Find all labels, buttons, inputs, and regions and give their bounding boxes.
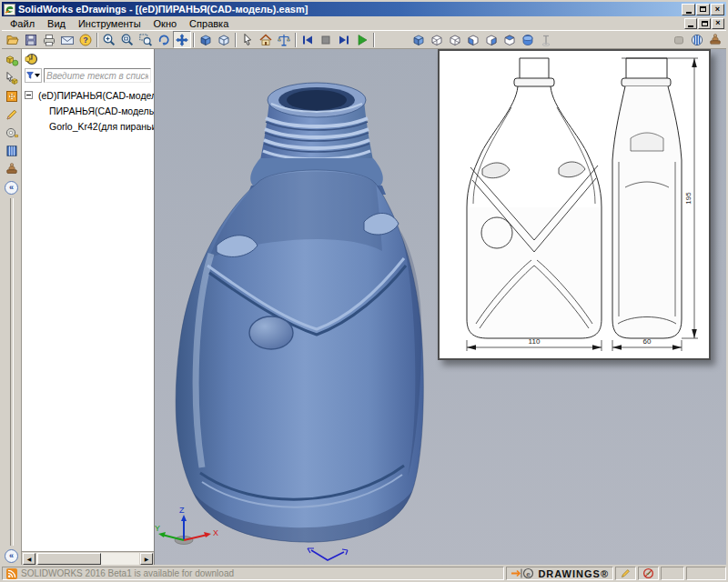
markup-status-cell[interactable] [615, 567, 636, 580]
left-tool-strip: « « [2, 49, 22, 565]
view-front-icon [466, 33, 480, 47]
home-view-button[interactable] [257, 31, 275, 48]
save-button[interactable] [22, 31, 40, 48]
funnel-icon [26, 70, 34, 81]
print-button[interactable] [40, 31, 58, 48]
view-right-button[interactable] [500, 31, 519, 48]
edrawings-brand: DRAWINGS® [538, 568, 609, 579]
doc-restore-icon [702, 21, 708, 26]
svg-text:Z: Z [179, 506, 185, 515]
scales-icon [277, 33, 291, 47]
doc-restore-button[interactable] [698, 18, 711, 29]
scrollbar-track[interactable] [36, 553, 139, 565]
zoom-in-button[interactable] [100, 31, 118, 48]
panel-mode-icon[interactable] [24, 52, 38, 66]
filter-input[interactable] [44, 68, 151, 83]
svg-text:X: X [213, 528, 218, 537]
collapse-toolbar-button[interactable]: « [5, 181, 18, 195]
measure-tool-button[interactable] [3, 124, 20, 141]
minimize-icon [686, 12, 692, 14]
menu-tools[interactable]: Инструменты [72, 17, 147, 30]
play-icon [355, 33, 369, 47]
move-component-tool-button[interactable] [3, 69, 20, 86]
animation-next-button[interactable] [335, 31, 353, 48]
scrollbar-thumb[interactable] [37, 553, 101, 565]
tape-measure-icon [5, 125, 19, 140]
markup-tool-button[interactable] [3, 105, 20, 123]
model-viewport[interactable]: Z X Y [155, 49, 726, 565]
restore-button[interactable] [696, 4, 710, 15]
scroll-right-button[interactable]: ▶ [140, 553, 153, 565]
stamp-tool-icon [5, 162, 19, 176]
dim-height: 195 [684, 192, 693, 205]
menu-help[interactable]: Справка [183, 17, 235, 30]
zoom-to-fit-button[interactable] [118, 31, 136, 48]
pointer-icon [240, 33, 255, 47]
toolbar-separator [235, 33, 237, 47]
view-wireframe-2-button[interactable] [446, 31, 464, 48]
open-button[interactable] [4, 31, 22, 48]
mass-properties-button[interactable] [670, 31, 688, 48]
tree-expander-icon[interactable] [25, 91, 33, 99]
filter-row [22, 67, 154, 85]
first-frame-icon [300, 33, 315, 47]
shaded-view-button[interactable] [197, 31, 215, 48]
view-top-button[interactable] [519, 31, 537, 48]
rotate-icon [157, 33, 171, 47]
help-button[interactable]: ? [76, 31, 95, 48]
doc-minimize-icon [688, 25, 693, 27]
next-frame-icon [337, 33, 351, 47]
tree-child-row[interactable]: Gorlo_Kr42(для пираньи)-1 [25, 118, 154, 134]
view-top-icon [521, 33, 535, 47]
pan-button[interactable] [173, 31, 191, 48]
view-wireframe-1-button[interactable] [428, 31, 446, 48]
view-front-button[interactable] [464, 31, 482, 48]
edrawings-logo-icon: e [511, 567, 534, 579]
close-button[interactable]: × [711, 4, 724, 15]
collapse-panel-button[interactable]: « [5, 549, 18, 563]
zoom-area-button[interactable] [136, 31, 155, 48]
scroll-left-button[interactable]: ◀ [23, 553, 35, 565]
animation-stop-button[interactable] [317, 31, 335, 48]
view-isometric-button[interactable] [410, 31, 428, 48]
view-normal-button[interactable] [537, 31, 555, 48]
tree-child-label: Gorlo_Kr42(для пираньи)-1 [49, 121, 154, 132]
status-bar: SOLIDWORKS 2016 Beta1 is available for d… [2, 565, 726, 580]
status-message-cell: SOLIDWORKS 2016 Beta1 is available for d… [2, 567, 504, 580]
scroll-right-icon: ▶ [145, 556, 149, 562]
explode-tool-button[interactable] [3, 87, 20, 105]
update-link[interactable]: SOLIDWORKS 2016 Beta1 is available for d… [21, 568, 234, 578]
rotate-button[interactable] [155, 31, 173, 48]
rotate-cursor-mark [308, 548, 348, 560]
hidden-lines-view-button[interactable] [215, 31, 233, 48]
stamp-button[interactable] [706, 31, 724, 48]
menu-window[interactable]: Окно [147, 17, 184, 30]
status-empty-cell [661, 567, 684, 580]
main-toolbar: ? [2, 30, 726, 49]
animation-first-button[interactable] [298, 31, 317, 48]
view-left-button[interactable] [482, 31, 500, 48]
tree-child-row[interactable]: ПИРАНЬЯ(CAD-модель_КД)- [25, 103, 154, 118]
menu-file[interactable]: Файл [4, 17, 41, 30]
select-button[interactable] [238, 31, 257, 48]
measure-button[interactable] [275, 31, 293, 48]
no-markup-status-cell[interactable] [638, 567, 659, 580]
tree-child-label: ПИРАНЬЯ(CAD-модель_КД)- [49, 105, 154, 116]
components-tool-button[interactable] [3, 51, 20, 68]
cross-section-tool-button[interactable] [3, 142, 20, 159]
window-title: SolidWorks eDrawings - [(eD)ПИРАНЬЯ(CAD-… [18, 3, 308, 16]
component-tree: (eD)ПИРАНЬЯ(CAD-модель) (Def ПИРАНЬЯ(CAD… [22, 85, 154, 551]
menu-view[interactable]: Вид [41, 17, 72, 30]
markup-pencil-icon [5, 107, 19, 122]
send-email-button[interactable] [58, 31, 76, 48]
tree-root-row[interactable]: (eD)ПИРАНЬЯ(CAD-модель) (Def [25, 87, 154, 103]
doc-close-button[interactable]: × [712, 18, 724, 29]
stamp-tool-button[interactable] [3, 160, 20, 177]
stamp-icon [708, 33, 723, 47]
filter-funnel-button[interactable] [25, 68, 42, 83]
cross-section-button[interactable] [688, 31, 706, 48]
minimize-button[interactable] [682, 4, 695, 15]
collapse-icon: « [9, 184, 14, 192]
doc-minimize-button[interactable] [684, 18, 697, 29]
animation-play-button[interactable] [353, 31, 371, 48]
